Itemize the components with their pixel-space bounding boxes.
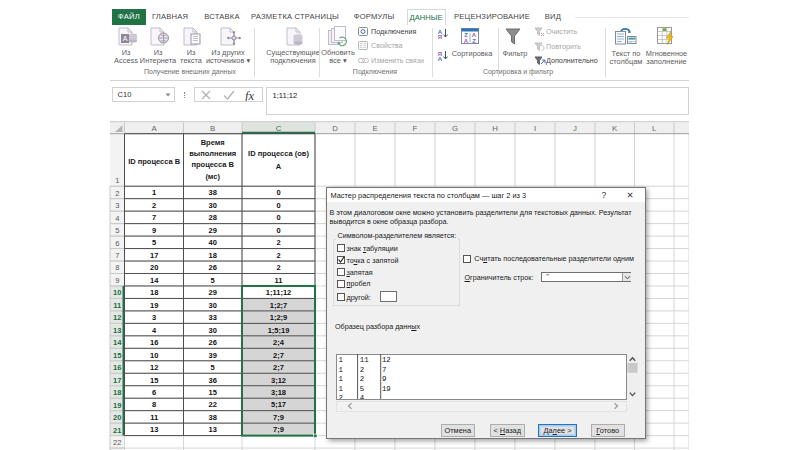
svg-text:18: 18 xyxy=(150,288,158,297)
svg-text:1;2;7: 1;2;7 xyxy=(270,301,288,310)
svg-text:процесса В: процесса В xyxy=(191,160,234,169)
svg-text:39: 39 xyxy=(209,351,217,360)
svg-text:11: 11 xyxy=(150,413,158,422)
svg-text:5;17: 5;17 xyxy=(271,400,286,409)
svg-text:A: A xyxy=(152,124,158,133)
svg-text:1: 1 xyxy=(338,385,343,393)
svg-text:2: 2 xyxy=(338,394,342,399)
svg-text:33: 33 xyxy=(209,313,217,322)
svg-text:(мс): (мс) xyxy=(205,172,220,181)
svg-text:15: 15 xyxy=(150,376,158,385)
svg-text:26: 26 xyxy=(209,338,217,347)
svg-text:12: 12 xyxy=(150,363,158,372)
svg-text:10: 10 xyxy=(150,351,158,360)
svg-text:26: 26 xyxy=(209,263,217,272)
svg-text:1: 1 xyxy=(338,375,343,383)
svg-text:14: 14 xyxy=(113,338,122,347)
svg-text:C: C xyxy=(276,124,282,133)
svg-text:20: 20 xyxy=(113,413,121,422)
svg-text:2;7: 2;7 xyxy=(273,351,284,360)
svg-text:3: 3 xyxy=(115,201,119,210)
svg-text:2;4: 2;4 xyxy=(273,338,285,347)
svg-text:2: 2 xyxy=(115,189,119,198)
svg-text:Время: Время xyxy=(201,138,225,147)
svg-text:16: 16 xyxy=(150,338,158,347)
svg-text:4: 4 xyxy=(115,214,119,223)
svg-text:E: E xyxy=(372,124,377,133)
svg-text:K: K xyxy=(612,124,618,133)
svg-text:1;11;12: 1;11;12 xyxy=(266,288,291,297)
svg-text:Z: Z xyxy=(472,38,476,44)
svg-text:6: 6 xyxy=(115,239,119,248)
svg-text:2;7: 2;7 xyxy=(273,363,284,372)
svg-text:1: 1 xyxy=(338,356,343,364)
svg-text:2: 2 xyxy=(360,375,364,383)
svg-text:11: 11 xyxy=(113,301,122,310)
svg-text:8: 8 xyxy=(115,263,119,272)
svg-text:17: 17 xyxy=(150,251,158,260)
svg-text:13: 13 xyxy=(209,425,217,434)
svg-text:3;12: 3;12 xyxy=(271,376,286,385)
svg-text:D: D xyxy=(332,124,338,133)
svg-text:G: G xyxy=(452,124,458,133)
svg-text:1: 1 xyxy=(115,176,119,185)
svg-text:7: 7 xyxy=(382,366,386,374)
svg-text:28: 28 xyxy=(209,213,217,222)
svg-text:А: А xyxy=(438,56,443,62)
svg-text:14: 14 xyxy=(150,276,159,285)
svg-text:L: L xyxy=(652,124,657,133)
svg-text:7;9: 7;9 xyxy=(273,413,284,422)
svg-text:7: 7 xyxy=(115,251,119,260)
svg-text:Я: Я xyxy=(438,34,442,40)
svg-text:J: J xyxy=(573,124,577,133)
svg-text:A: A xyxy=(123,35,128,42)
svg-text:5: 5 xyxy=(211,276,215,285)
svg-text:36: 36 xyxy=(209,376,217,385)
svg-text:fx: fx xyxy=(245,89,254,102)
svg-text:8: 8 xyxy=(152,400,156,409)
svg-text:22: 22 xyxy=(113,438,121,447)
svg-text:I: I xyxy=(534,124,536,133)
svg-text:1;5;19: 1;5;19 xyxy=(268,326,290,335)
svg-text:5: 5 xyxy=(115,226,119,235)
svg-text:9: 9 xyxy=(382,375,386,383)
svg-text:11: 11 xyxy=(360,356,369,364)
svg-text:B: B xyxy=(210,124,215,133)
svg-text:38: 38 xyxy=(209,188,217,197)
svg-text:2: 2 xyxy=(276,238,280,247)
svg-text:9: 9 xyxy=(115,276,119,285)
svg-text:0: 0 xyxy=(276,188,280,197)
svg-text:17: 17 xyxy=(113,376,121,385)
svg-text:29: 29 xyxy=(209,226,217,235)
svg-text:ID процесса (ов): ID процесса (ов) xyxy=(248,149,309,158)
svg-text:2: 2 xyxy=(360,366,364,374)
svg-text:F: F xyxy=(413,124,418,133)
svg-text:H: H xyxy=(492,124,498,133)
svg-text:2: 2 xyxy=(276,263,280,272)
svg-text:4: 4 xyxy=(360,394,365,399)
svg-text:16: 16 xyxy=(113,363,121,372)
svg-text:6: 6 xyxy=(152,388,156,397)
svg-text:15: 15 xyxy=(113,351,122,360)
svg-text:30: 30 xyxy=(209,201,217,210)
svg-text:19: 19 xyxy=(113,401,121,410)
svg-text:А: А xyxy=(276,162,282,171)
svg-text:15: 15 xyxy=(209,388,217,397)
svg-text:1;2;9: 1;2;9 xyxy=(270,313,288,322)
svg-text:13: 13 xyxy=(113,326,121,335)
svg-text:A: A xyxy=(464,38,469,44)
svg-text:5: 5 xyxy=(360,385,364,393)
svg-text:38: 38 xyxy=(209,413,217,422)
svg-text:12: 12 xyxy=(113,313,121,322)
svg-text:5: 5 xyxy=(211,363,215,372)
svg-text:выполнения: выполнения xyxy=(189,149,236,158)
svg-text:2: 2 xyxy=(276,251,280,260)
svg-text:5: 5 xyxy=(152,238,156,247)
svg-text:1: 1 xyxy=(152,188,156,197)
svg-text:4: 4 xyxy=(152,326,157,335)
svg-text:2: 2 xyxy=(152,201,156,210)
svg-text:13: 13 xyxy=(150,425,158,434)
svg-text:3;18: 3;18 xyxy=(271,388,286,397)
svg-text:19: 19 xyxy=(382,385,391,393)
svg-text:7;9: 7;9 xyxy=(273,425,284,434)
